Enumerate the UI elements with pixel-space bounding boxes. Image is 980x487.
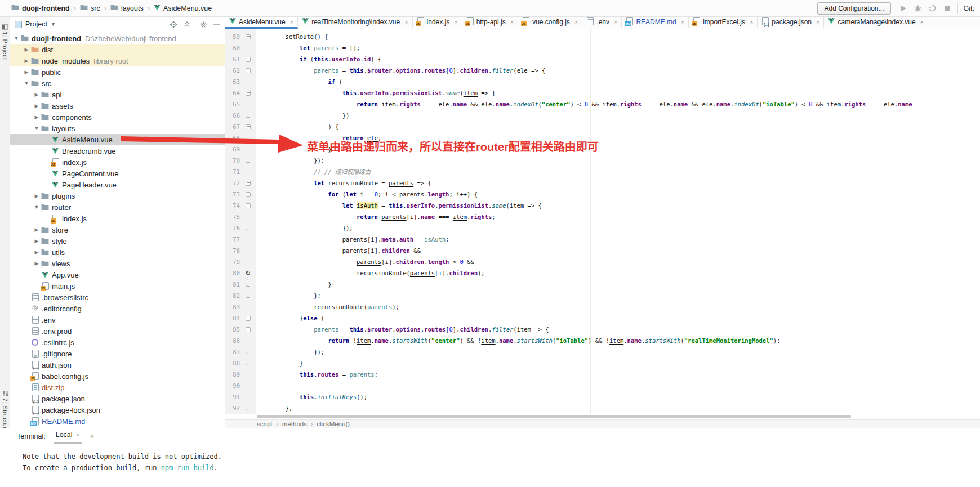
chevron-right-icon[interactable]: ▶	[33, 238, 41, 244]
fold-column[interactable]	[240, 155, 256, 166]
fold-start-icon[interactable]	[246, 192, 251, 197]
git-label[interactable]: Git:	[964, 5, 975, 12]
tree-item-index.js[interactable]: JSindex.js	[10, 157, 225, 168]
tree-item-api[interactable]: ▶api	[10, 89, 225, 100]
fold-start-icon[interactable]	[246, 316, 251, 321]
tree-item-auth.json[interactable]: {..}auth.json	[10, 359, 225, 370]
chevron-down-icon[interactable]: ▼	[33, 126, 41, 131]
tree-item-babel.config.js[interactable]: JSbabel.config.js	[10, 370, 225, 382]
fold-start-icon[interactable]	[246, 124, 251, 129]
fold-start-icon[interactable]	[246, 181, 251, 186]
chevron-right-icon[interactable]: ▶	[33, 249, 41, 255]
fold-start-icon[interactable]	[246, 34, 251, 39]
editor-breadcrumb-item[interactable]: clickMenu()	[317, 421, 350, 427]
tab-importExcel.js[interactable]: JSimportExcel.js×	[689, 17, 758, 29]
chevron-right-icon[interactable]: ▶	[23, 58, 30, 64]
fold-column[interactable]	[240, 290, 256, 301]
fold-column[interactable]	[240, 256, 256, 267]
fold-column[interactable]	[240, 99, 256, 110]
fold-start-icon[interactable]	[246, 327, 251, 332]
fold-column[interactable]	[240, 358, 256, 369]
tree-item-plugins[interactable]: ▶plugins	[10, 190, 225, 202]
tree-item-.editorconfig[interactable]: .editorconfig	[10, 303, 225, 314]
tree-item-AsideMenu.vue[interactable]: AsideMenu.vue	[10, 134, 225, 145]
tab-README.md[interactable]: MDREADME.md×	[622, 17, 689, 29]
chevron-right-icon[interactable]: ▶	[33, 227, 41, 233]
tab-close-icon[interactable]: ×	[681, 19, 684, 25]
fold-column[interactable]	[240, 380, 256, 391]
fold-column[interactable]	[240, 166, 256, 177]
tree-item-src[interactable]: ▼src	[10, 78, 225, 89]
fold-start-icon[interactable]	[246, 91, 251, 96]
chevron-right-icon[interactable]: ▶	[33, 92, 41, 97]
fold-column[interactable]	[240, 391, 256, 403]
tree-item-router[interactable]: ▼router	[10, 202, 225, 213]
tree-item-public[interactable]: ▶public	[10, 66, 225, 78]
editor-breadcrumb-item[interactable]: script	[257, 421, 272, 427]
fold-column[interactable]	[240, 76, 256, 87]
fold-column[interactable]	[240, 121, 256, 132]
chevron-down-icon[interactable]: ▼	[23, 81, 30, 86]
rerun-icon[interactable]	[928, 4, 937, 13]
tree-item-views[interactable]: ▶views	[10, 258, 225, 269]
fold-column[interactable]	[240, 403, 256, 414]
chevron-right-icon[interactable]: ▶	[33, 114, 41, 120]
fold-column[interactable]	[240, 245, 256, 256]
run-icon[interactable]	[899, 4, 908, 13]
tab-package.json[interactable]: {..}package.json×	[758, 17, 824, 29]
horizontal-scrollbar[interactable]	[225, 414, 980, 419]
tree-item-dist[interactable]: ▶dist	[10, 44, 225, 55]
tab-close-icon[interactable]: ×	[454, 19, 457, 25]
tab-index.js[interactable]: JSindex.js×	[413, 17, 462, 29]
chevron-right-icon[interactable]: ▶	[33, 193, 41, 199]
fold-column[interactable]	[240, 312, 256, 324]
fold-column[interactable]	[240, 31, 256, 42]
tree-item-PageContent.vue[interactable]: PageContent.vue	[10, 168, 225, 179]
breadcrumb-item[interactable]: AsideMenu.vue	[154, 5, 212, 12]
fold-start-icon[interactable]	[246, 57, 251, 62]
tree-item-README.md[interactable]: MDREADME.md	[10, 415, 225, 427]
fold-start-icon[interactable]	[246, 203, 251, 208]
tab-close-icon[interactable]: ×	[750, 19, 753, 25]
breadcrumb-item[interactable]: duoji-frontend	[11, 4, 70, 12]
gear-icon[interactable]	[199, 20, 208, 29]
tab-.env[interactable]: .env×	[582, 17, 622, 29]
fold-column[interactable]	[240, 189, 256, 200]
add-configuration-button[interactable]: Add Configuration...	[817, 2, 890, 15]
tree-item-App.vue[interactable]: App.vue	[10, 269, 225, 280]
tree-item-components[interactable]: ▶components	[10, 111, 225, 123]
tree-item-PageHeader.vue[interactable]: PageHeader.vue	[10, 179, 225, 190]
chevron-down-icon[interactable]: ▼	[33, 204, 41, 210]
fold-column[interactable]: ↻	[240, 267, 256, 279]
tree-item-.gitignore[interactable]: ⊘.gitignore	[10, 348, 225, 359]
terminal-tab-local[interactable]: Local ×	[54, 431, 82, 444]
tree-item-node_modules[interactable]: ▶node_moduleslibrary root	[10, 55, 225, 66]
editor-breadcrumb-item[interactable]: methods	[282, 421, 307, 427]
fold-column[interactable]	[240, 335, 256, 346]
fold-column[interactable]	[240, 65, 256, 76]
breadcrumb-item[interactable]: layouts	[110, 4, 144, 12]
tab-http-api.js[interactable]: JShttp-api.js×	[462, 17, 518, 29]
scrollbar-thumb[interactable]	[257, 415, 851, 418]
fold-start-icon[interactable]	[246, 68, 251, 73]
fold-column[interactable]	[240, 346, 256, 358]
fold-column[interactable]	[240, 222, 256, 234]
fold-column[interactable]	[240, 144, 256, 155]
tree-item-duoji-frontend[interactable]: ▼duoji-frontendD:\zheheWeb\duoji-fronten…	[10, 33, 225, 44]
tab-vue.config.js[interactable]: JSvue.config.js×	[518, 17, 582, 29]
tree-item-dist.zip[interactable]: dist.zip	[10, 382, 225, 393]
tab-cameraManage-index.vue[interactable]: cameraManage\index.vue×	[824, 17, 928, 29]
fold-column[interactable]	[240, 324, 256, 335]
collapse-all-icon[interactable]	[182, 20, 191, 29]
fold-column[interactable]	[240, 110, 256, 121]
chevron-right-icon[interactable]: ▶	[33, 261, 41, 266]
fold-column[interactable]	[240, 200, 256, 211]
chevron-down-icon[interactable]: ▼	[12, 35, 20, 41]
tab-AsideMenu.vue[interactable]: AsideMenu.vue×	[225, 17, 298, 29]
tool-button-structure[interactable]: 7: Structure	[0, 386, 10, 433]
tab-close-icon[interactable]: ×	[614, 19, 617, 25]
tree-item-package.json[interactable]: {..}package.json	[10, 393, 225, 404]
tree-item-style[interactable]: ▶style	[10, 235, 225, 247]
fold-column[interactable]	[240, 234, 256, 245]
tab-close-icon[interactable]: ×	[574, 19, 578, 25]
